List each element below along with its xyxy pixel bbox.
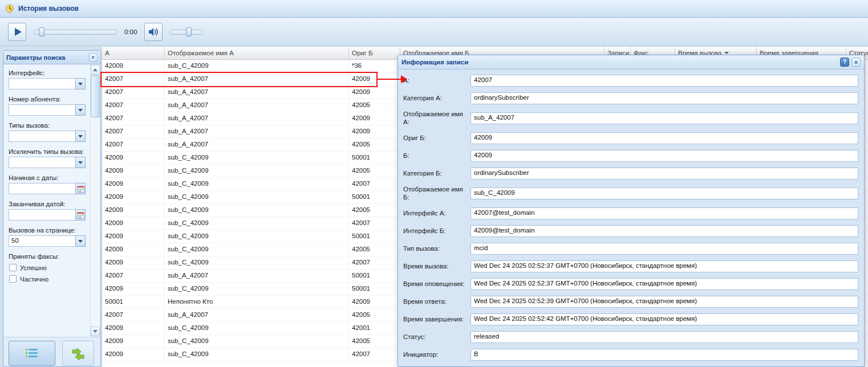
list-settings-button[interactable] [9, 341, 55, 366]
combo-input[interactable]: 50 [9, 235, 86, 247]
field-label: Время завершения: [403, 315, 470, 323]
field-value[interactable]: 42007 [470, 75, 858, 87]
dropdown-arrow-icon[interactable] [75, 78, 86, 89]
annotation-arrow-line [377, 79, 401, 80]
dialog-field-3: Отображаемое имя А:sub_A_42007 [403, 110, 858, 127]
scrollbar-thumb[interactable] [91, 75, 100, 117]
table-cell: 42007 [349, 217, 400, 230]
volume-thumb[interactable] [186, 27, 192, 36]
dialog-field-8: Интерфейс А:42007@test_domain [403, 207, 858, 219]
dialog-field-10: Тип вызова:mcid [403, 243, 858, 255]
field-value[interactable]: 42009 [470, 132, 858, 144]
field-value[interactable]: sub_A_42007 [470, 112, 858, 124]
checkbox[interactable] [9, 275, 17, 283]
field-value [9, 104, 75, 116]
field-value[interactable]: ordinarySubscriber [470, 168, 858, 180]
field-label: Интерфейс: [9, 70, 86, 76]
column-header-2[interactable]: Отображаемое имя А [165, 47, 349, 59]
table-cell: sub_C_42009 [165, 152, 349, 164]
list-lines-icon [25, 347, 39, 360]
search-panel-title: Параметры поиска [6, 54, 65, 61]
column-header-1[interactable]: A [102, 47, 165, 59]
fax-group: Приняты факсы:УспешноЧастично [9, 253, 86, 283]
search-field-1: Интерфейс: [9, 70, 86, 89]
play-button[interactable] [8, 23, 26, 41]
field-value[interactable]: 42009@test_domain [470, 225, 858, 237]
help-icon[interactable]: ? [840, 58, 849, 67]
table-cell: 42007 [102, 270, 165, 282]
dropdown-arrow-icon[interactable] [75, 157, 86, 168]
field-label: Интерфейс Б: [403, 227, 470, 235]
field-value[interactable]: ordinarySubscriber [470, 92, 858, 104]
field-label: Вызовов на странице: [9, 227, 86, 234]
collapse-panel-icon[interactable]: « [89, 53, 98, 62]
table-cell: 50001 [349, 230, 400, 243]
table-cell: sub_A_42007 [165, 86, 349, 99]
dropdown-arrow-icon[interactable] [75, 235, 86, 247]
close-icon[interactable]: × [851, 58, 861, 67]
table-cell: sub_C_42009 [165, 217, 349, 230]
table-cell: 42007 [102, 125, 165, 138]
table-cell: 50001 [349, 283, 400, 295]
field-label: Время оповещения: [403, 280, 470, 288]
table-cell: sub_A_42007 [165, 309, 349, 321]
seek-track [34, 30, 117, 35]
table-cell: 42009 [102, 322, 165, 335]
annotation-highlight-box [100, 72, 378, 87]
field-value [9, 209, 75, 221]
seek-thumb[interactable] [39, 27, 44, 36]
table-cell: 42009 [102, 243, 165, 256]
volume-button[interactable] [144, 23, 163, 41]
field-label: Заканчивая датой: [9, 201, 86, 207]
scroll-down-button[interactable] [91, 327, 100, 336]
dialog-header[interactable]: Информация записи ? × [398, 55, 864, 70]
dialog-field-6: Категория Б:ordinarySubscriber [403, 168, 858, 180]
dropdown-arrow-icon[interactable] [75, 131, 86, 142]
table-cell: 42009 [102, 152, 165, 164]
field-value[interactable]: Wed Dec 24 2025 02:52:39 GMT+0700 (Новос… [470, 296, 858, 308]
field-value[interactable]: sub_C_42009 [470, 187, 858, 199]
checkbox[interactable] [9, 264, 17, 271]
table-cell: 42005 [349, 138, 400, 151]
calendar-icon[interactable] [75, 209, 86, 221]
field-value[interactable]: 42007@test_domain [470, 207, 858, 219]
checkbox-label: Частично [20, 276, 48, 283]
combo-input[interactable] [9, 157, 86, 168]
date-input[interactable] [9, 209, 86, 221]
table-cell: sub_C_42009 [165, 178, 349, 190]
speaker-icon [148, 27, 159, 36]
field-value: 50 [9, 235, 75, 247]
dialog-field-11: Время вызова:Wed Dec 24 2025 02:52:37 GM… [403, 260, 858, 272]
table-cell: 42009 [102, 191, 165, 203]
swap-button[interactable] [62, 341, 94, 366]
field-value[interactable]: mcid [470, 243, 858, 255]
sidebar-scrollbar[interactable] [90, 65, 100, 336]
dialog-field-15: Статус:released [403, 331, 858, 343]
dropdown-arrow-icon[interactable] [75, 104, 86, 116]
field-value[interactable]: Wed Dec 24 2025 02:52:37 GMT+0700 (Новос… [470, 278, 858, 290]
field-value[interactable]: Wed Dec 24 2025 02:52:42 GMT+0700 (Новос… [470, 313, 858, 325]
column-header-3[interactable]: Ориг Б [349, 47, 400, 59]
field-value[interactable]: 42009 [470, 150, 858, 162]
table-cell: 42009 [349, 112, 400, 125]
field-label: Отображаемое имя А: [403, 110, 470, 127]
field-value[interactable]: B [470, 349, 858, 361]
field-value[interactable]: released [470, 331, 858, 343]
date-input[interactable] [9, 183, 86, 194]
dialog-field-2: Категория А:ordinarySubscriber [403, 92, 858, 104]
table-cell: sub_A_42007 [165, 138, 349, 151]
combo-input[interactable] [9, 131, 86, 142]
seek-slider[interactable] [34, 27, 117, 37]
scroll-up-button[interactable] [91, 65, 100, 75]
combo-input[interactable] [9, 78, 86, 89]
calendar-icon[interactable] [75, 183, 86, 194]
table-cell: sub_C_42009 [165, 335, 349, 348]
field-value[interactable]: Wed Dec 24 2025 02:52:37 GMT+0700 (Новос… [470, 260, 858, 272]
volume-slider[interactable] [170, 27, 203, 37]
table-cell: 42005 [349, 165, 400, 177]
field-value [9, 131, 75, 142]
table-cell: sub_A_42007 [165, 125, 349, 138]
combo-input[interactable] [9, 104, 86, 116]
table-cell: 50001 [102, 296, 165, 308]
dialog-field-16: Инициатор:B [403, 349, 858, 361]
